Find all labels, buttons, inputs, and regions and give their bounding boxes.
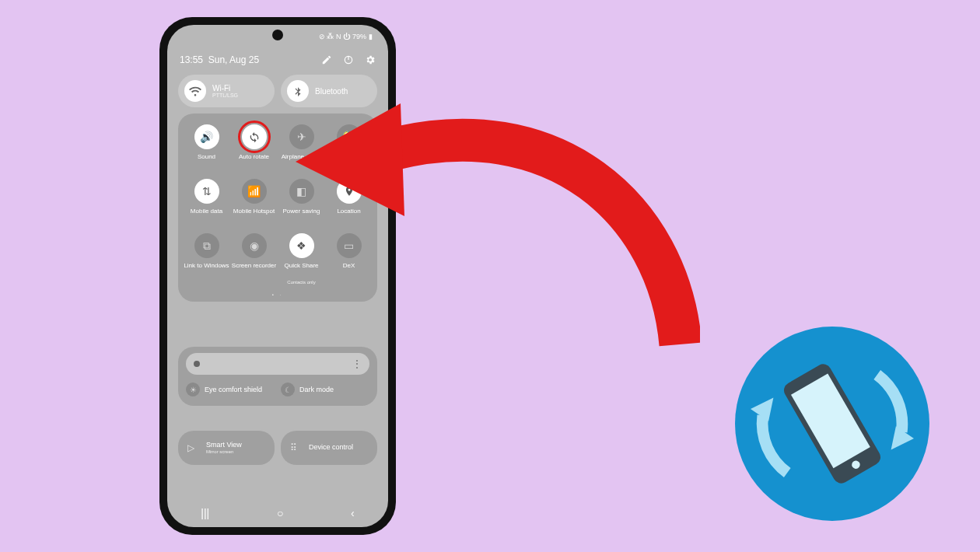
mobile-data-tile[interactable]: ⇅ Mobile data [183,179,230,221]
wifi-network: PTTL/LSG [212,93,238,99]
eye-comfort-icon: ☀ [186,383,200,397]
link-windows-icon: ⧉ [194,233,219,258]
rotate-phone-icon [751,342,914,505]
brightness-panel: ⋮ ☀ Eye comfort shield ☾ Dark mode [178,347,377,406]
power-saving-tile[interactable]: ◧ Power saving [278,179,325,221]
location-icon [337,179,362,204]
power-saving-icon: ◧ [289,179,314,204]
nav-back-icon[interactable]: ‹ [351,507,355,519]
qs-header: 13:55 Sun, Aug 25 [180,54,376,65]
slider-thumb[interactable] [194,361,200,367]
sound-icon: 🔊 [194,124,219,149]
battery-percent: 79% [352,33,366,40]
dex-tile[interactable]: ▭ DeX [325,233,373,285]
nav-recents-icon[interactable]: ||| [201,507,209,519]
power-icon[interactable] [343,54,354,65]
clock-date: 13:55 Sun, Aug 25 [180,54,259,65]
wifi-icon [184,80,206,102]
link-windows-tile[interactable]: ⧉ Link to Windows [183,233,230,285]
nav-home-icon[interactable]: ○ [277,507,283,519]
flashlight-tile[interactable]: 🔦 [325,124,373,166]
mobile-data-icon: ⇅ [194,179,219,204]
page-indicator: • · [272,292,283,297]
wifi-pill[interactable]: Wi-Fi PTTL/LSG [178,75,275,107]
bluetooth-icon [287,80,309,102]
auto-rotate-icon [242,124,267,149]
wifi-label: Wi-Fi [212,84,238,93]
bluetooth-label: Bluetooth [315,87,348,96]
bluetooth-pill[interactable]: Bluetooth [281,75,377,107]
smart-view-tile[interactable]: ▷ Smart View Mirror screen [178,431,275,465]
nav-bar: ||| ○ ‹ [167,507,388,519]
quick-settings-grid: 🔊 Sound Auto rotate ✈ Airplane mode 🔦 ⇅ [178,114,377,302]
status-icons: ⊘ ⁂ N ⏻ [319,33,350,40]
rotate-badge [735,327,929,521]
dark-mode-toggle[interactable]: ☾ Dark mode [281,383,369,397]
dex-icon: ▭ [337,233,362,258]
camera-notch [272,30,283,40]
dark-mode-icon: ☾ [281,383,295,397]
edit-icon[interactable] [321,54,332,65]
device-control-tile[interactable]: ⠿ Device control [281,431,377,465]
airplane-icon: ✈ [289,124,314,149]
settings-icon[interactable] [365,54,376,65]
smart-view-icon: ▷ [187,442,200,453]
auto-rotate-tile[interactable]: Auto rotate [230,124,278,166]
slider-more-icon[interactable]: ⋮ [352,358,362,369]
location-tile[interactable]: Location [325,179,373,221]
device-control-icon: ⠿ [290,442,303,453]
phone-screen: ⊘ ⁂ N ⏻ 79% ▮ 13:55 Sun, Aug 25 [167,25,388,527]
phone-frame: ⊘ ⁂ N ⏻ 79% ▮ 13:55 Sun, Aug 25 [159,17,396,535]
hotspot-tile[interactable]: 📶 Mobile Hotspot [230,179,278,221]
hotspot-icon: 📶 [242,179,267,204]
flashlight-icon: 🔦 [337,124,362,149]
screen-recorder-icon: ◉ [242,233,267,258]
eye-comfort-toggle[interactable]: ☀ Eye comfort shield [186,383,275,397]
sound-tile[interactable]: 🔊 Sound [183,124,230,166]
status-bar: ⊘ ⁂ N ⏻ 79% ▮ [319,33,373,40]
quick-share-icon: ❖ [289,233,314,258]
brightness-slider[interactable]: ⋮ [186,353,369,375]
screen-recorder-tile[interactable]: ◉ Screen recorder [230,233,278,285]
quick-share-tile[interactable]: ❖ Quick Share Contacts only [278,233,325,285]
airplane-tile[interactable]: ✈ Airplane mode [278,124,325,166]
battery-icon: ▮ [369,33,373,40]
